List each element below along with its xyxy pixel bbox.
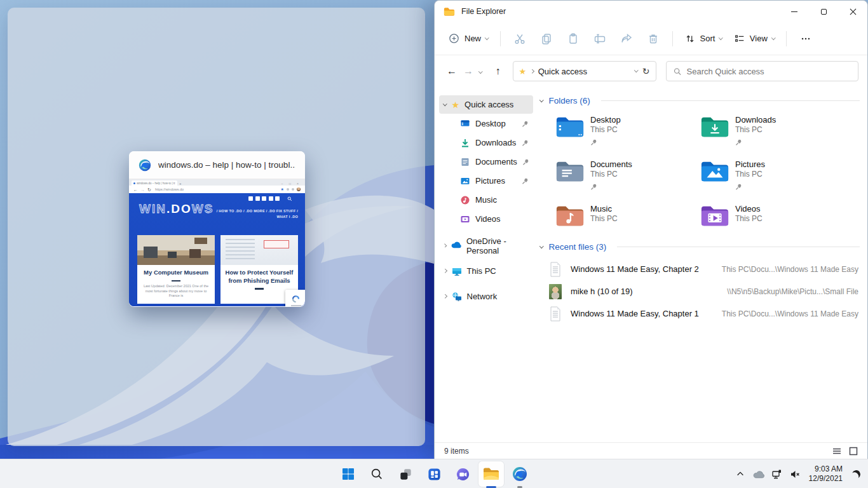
chat-icon: [456, 467, 470, 482]
folder-tile-downloads[interactable]: Downloads This PC: [700, 114, 845, 148]
thumbnail-view-icon[interactable]: [849, 447, 858, 456]
chevron-down-icon[interactable]: [443, 102, 447, 105]
view-button[interactable]: View: [728, 29, 780, 49]
hidden-icons-button[interactable]: [733, 465, 747, 483]
forward-button[interactable]: →: [460, 65, 477, 77]
network-icon: [452, 292, 462, 302]
recent-file-row[interactable]: Windows 11 Made Easy, Chapter 1 This PC\…: [549, 302, 858, 325]
maximize-icon: [821, 9, 827, 15]
mini-forward-icon: →: [140, 187, 145, 192]
pin-icon: [735, 183, 742, 190]
taskbar-clock[interactable]: 9:03 AM 12/9/2021: [807, 464, 844, 484]
mini-back-icon: ←: [133, 187, 138, 192]
sort-button[interactable]: Sort: [679, 29, 728, 49]
chevron-down-icon[interactable]: [539, 98, 543, 102]
back-button[interactable]: ←: [444, 65, 460, 77]
folder-tile-documents[interactable]: Documents This PC: [555, 159, 700, 193]
new-button[interactable]: New: [442, 28, 494, 49]
volume-mute-icon: [790, 469, 801, 480]
share-button[interactable]: [614, 28, 639, 50]
chevron-up-icon: [736, 470, 745, 478]
cloud-icon: [753, 470, 764, 478]
sidebar-item-onedrive[interactable]: OneDrive - Personal: [439, 236, 533, 255]
chevron-right-icon[interactable]: [443, 244, 447, 248]
file-explorer-taskbar-button[interactable]: [478, 461, 504, 487]
sidebar-item-downloads[interactable]: Downloads: [439, 133, 533, 152]
sidebar-item-this-pc[interactable]: This PC: [439, 262, 533, 280]
videos-icon: [460, 214, 470, 224]
chevron-right-icon[interactable]: [443, 294, 447, 298]
refresh-button[interactable]: ↻: [642, 66, 650, 76]
chat-button[interactable]: [450, 461, 475, 487]
pin-icon: [522, 120, 529, 127]
downloads-icon: [460, 138, 470, 148]
address-dropdown-chevron[interactable]: [634, 68, 638, 72]
pin-icon: [735, 139, 742, 146]
cut-button[interactable]: [508, 28, 532, 50]
clock-date: 12/9/2021: [809, 474, 843, 484]
recent-file-row[interactable]: mike h (10 of 19) \\N5\n5\Backup\Mike\Pi…: [549, 280, 858, 302]
start-button[interactable]: [336, 461, 361, 487]
network-icon: [771, 469, 782, 480]
moon-icon: [851, 469, 861, 479]
rss-icon: [275, 196, 280, 201]
sidebar-item-desktop[interactable]: Desktop: [439, 114, 533, 133]
edge-window-thumbnail[interactable]: windows.do – help | how-to | troubl... w…: [129, 151, 305, 307]
sidebar-item-music[interactable]: Music: [439, 191, 533, 209]
chevron-down-icon[interactable]: [539, 244, 543, 248]
up-button[interactable]: ↑: [490, 65, 506, 77]
folder-tile-desktop[interactable]: Desktop This PC: [555, 114, 700, 148]
more-options-button[interactable]: [794, 28, 818, 50]
delete-button[interactable]: [641, 28, 665, 50]
onedrive-icon: [451, 241, 461, 248]
photo-thumbnail: [549, 284, 562, 299]
search-box[interactable]: [666, 61, 859, 81]
sidebar-item-network[interactable]: Network: [439, 287, 533, 306]
document-icon: [549, 306, 562, 322]
folder-tile-music[interactable]: Music This PC: [555, 203, 700, 228]
recent-files-section-header[interactable]: Recent files (3): [540, 242, 860, 252]
this-pc-icon: [452, 266, 462, 276]
folder-tile-videos[interactable]: Videos This PC: [700, 203, 845, 228]
sidebar-item-documents[interactable]: Documents: [439, 152, 533, 171]
sidebar-item-videos[interactable]: Videos: [439, 210, 533, 228]
search-input[interactable]: [687, 67, 851, 76]
copy-button[interactable]: [534, 28, 559, 50]
recent-locations-chevron[interactable]: [478, 69, 482, 73]
task-view-icon: [398, 467, 413, 482]
taskbar: 9:03 AM 12/9/2021: [0, 459, 868, 488]
maximize-button[interactable]: [809, 1, 838, 22]
search-button[interactable]: [364, 461, 390, 487]
network-tray-button[interactable]: [770, 465, 784, 483]
folder-tile-pictures[interactable]: Pictures This PC: [700, 159, 845, 193]
close-button[interactable]: [838, 1, 867, 22]
widgets-button[interactable]: [421, 461, 447, 487]
pin-icon: [522, 158, 529, 165]
rename-button[interactable]: [588, 28, 612, 50]
sidebar-item-pictures[interactable]: Pictures: [439, 172, 533, 190]
pin-icon: [590, 139, 597, 146]
recent-file-row[interactable]: Windows 11 Made Easy, Chapter 2 This PC\…: [549, 258, 858, 280]
sort-icon: [684, 33, 696, 44]
status-bar: 9 items: [435, 442, 867, 459]
focus-assist-button[interactable]: [849, 465, 863, 483]
task-view-button[interactable]: [393, 461, 418, 487]
paste-button[interactable]: [561, 28, 585, 50]
volume-mute-tray-button[interactable]: [789, 465, 803, 483]
address-bar[interactable]: ★ Quick access ↻: [513, 61, 656, 81]
folders-section-header[interactable]: Folders (6): [540, 96, 860, 105]
minimize-button[interactable]: [780, 1, 809, 22]
title-bar: File Explorer: [435, 1, 867, 22]
mini-url: https://windows.do: [155, 187, 184, 191]
sidebar-item-quick-access[interactable]: ★ Quick access: [439, 95, 533, 114]
navigation-bar: ← → ↑ ★ Quick access ↻: [435, 55, 867, 87]
edge-taskbar-button[interactable]: [507, 461, 532, 487]
widgets-icon: [427, 467, 442, 482]
breadcrumb-location[interactable]: Quick access: [538, 67, 587, 76]
mini-search-icon: [287, 196, 292, 201]
onedrive-tray-button[interactable]: [752, 465, 766, 483]
details-view-icon[interactable]: [832, 447, 841, 456]
chevron-right-icon[interactable]: [443, 269, 447, 273]
recaptcha-badge: [285, 290, 305, 306]
twitter-icon: [248, 196, 253, 201]
